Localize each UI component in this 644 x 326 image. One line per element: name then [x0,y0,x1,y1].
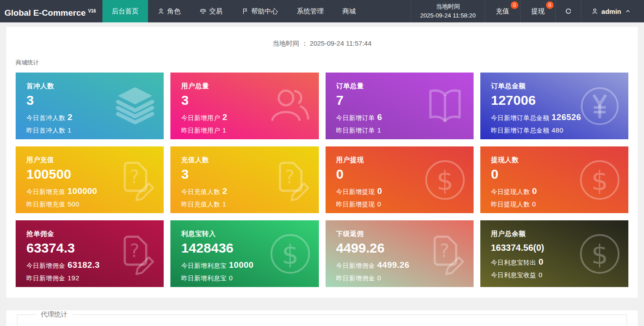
stat-card-today-line: 今日首冲人数2 [26,112,153,122]
page-time-label: 当地时间 ： [272,39,308,47]
withdraw-badge: 0 [546,1,554,9]
nav-item-home[interactable]: 后台首页 [102,0,148,22]
stat-card-today-value: 63182.3 [68,260,100,270]
stat-card[interactable]: 下级返佣 4499.26 今日新增佣金4499.26 昨日新增佣金0 ? [326,220,474,287]
stat-card-yesterday-value: 0 [532,200,536,208]
nav-item-menu[interactable]: 角色 [148,0,190,22]
stat-card-value: 3 [181,167,308,182]
top-navbar: Global E-Commerce V16 后台首页角色交易帮助中心系统管理商城… [0,0,644,22]
nav-item-label: 角色 [167,7,181,16]
stat-card-value: 4499.26 [336,240,463,256]
stat-card-today-line: 今日充值人数2 [181,186,308,196]
stat-card[interactable]: 首冲人数 3 今日首冲人数2 昨日首冲人数1 [16,73,164,139]
stat-card-value: 3 [26,93,153,108]
withdraw-button[interactable]: 提现 0 [520,0,555,22]
recharge-badge: 0 [511,1,518,9]
stat-card[interactable]: 充值人数 3 今日充值人数2 昨日充值人数1 ? [170,146,318,213]
nav-item-menu[interactable]: 交易 [190,0,232,22]
nav-item-menu[interactable]: 商城 [333,0,365,22]
stat-card-yesterday-value: 1 [68,126,72,134]
stat-card-title: 抢单佣金 [26,230,153,238]
local-time-value: 2025-09-24 11:58:20 [420,11,475,20]
stat-card-title: 用户提现 [336,156,463,164]
stat-card-today-line: 今日新增佣金4499.26 [336,260,463,270]
stat-card-today-value: 4499.26 [377,260,410,270]
stat-card-yesterday-line: 昨日新增利息宝0 [181,274,308,283]
stat-card-yesterday-label: 昨日首冲人数 [26,127,65,134]
stat-card-yesterday-label: 昨日提现人数 [491,201,530,208]
person-icon [157,8,165,15]
stat-card-today-value: 126526 [551,112,581,122]
stat-card-today-line: 今日新增用户2 [181,112,308,122]
nav-item-menu[interactable]: 系统管理 [288,0,333,22]
recharge-label: 充值 [496,7,509,16]
stat-card[interactable]: 用户总余额 163374.56(0) 今日利息宝转出0 今日利息宝收益0 $ [480,220,628,287]
stat-card-today-line: 今日新增订单总金额126526 [491,112,618,122]
stat-card-title: 用户充值 [26,156,153,164]
stat-card-today-value: 10000 [229,260,254,270]
stat-card-title: 订单总金额 [491,82,618,90]
local-time-label: 当地时间 [420,2,475,11]
stat-card-today-label: 今日新增订单总金额 [491,114,550,121]
stat-card-today-line: 今日新增提现0 [336,186,463,196]
stat-card-today-value: 2 [222,186,227,196]
refresh-button[interactable] [555,0,581,22]
stat-card-value: 127006 [491,93,618,108]
stat-card-today-line: 今日新增充值100000 [26,186,153,196]
dollar-circle-icon: $ [578,232,621,275]
stat-card-yesterday-value: 1 [222,126,226,134]
stat-card-yesterday-label: 昨日新增佣金 [336,275,375,282]
stat-card-value: 100500 [26,167,153,182]
stat-card[interactable]: 抢单佣金 63374.3 今日新增佣金63182.3 昨日新增佣金192 ? [16,220,164,287]
stat-card-yesterday-value: 0 [377,274,381,282]
stat-card-yesterday-line: 昨日新增用户1 [181,126,308,135]
brand-logo: Global E-Commerce V16 [0,0,102,22]
stat-card-yesterday-value: 1 [222,200,226,208]
stat-card-yesterday-line: 昨日新增订单1 [336,126,463,135]
stat-card-yesterday-label: 昨日新增提现 [336,201,375,208]
stat-card[interactable]: 订单总量 7 今日新增订单6 昨日新增订单1 [326,73,474,139]
mall-stats-title: 商城统计 [16,59,638,67]
stat-card-title: 充值人数 [181,156,308,164]
navbar-right: 当地时间 2025-09-24 11:58:20 充值 0 提现 0 admin [411,0,644,22]
stat-card-title: 提现人数 [491,156,618,164]
stat-card[interactable]: 用户充值 100500 今日新增充值100000 昨日新增充值500 ? [16,146,164,213]
stat-card-yesterday-line: 昨日充值人数1 [181,200,308,209]
chevron-up-icon [624,8,631,15]
stat-card-today-line: 今日提现人数0 [491,186,618,196]
recharge-button[interactable]: 充值 0 [485,0,520,22]
stat-card-yesterday-line: 昨日新增提现0 [336,200,463,209]
stat-card-yesterday-label: 昨日新增充值 [26,201,65,208]
stat-card-today-label: 今日新增订单 [336,114,375,121]
stat-card[interactable]: 用户提现 0 今日新增提现0 昨日新增提现0 $ [326,146,474,213]
stat-card-value: 0 [491,167,618,182]
stat-card-yesterday-value: 192 [68,274,80,282]
stat-card-today-label: 今日新增佣金 [26,262,65,269]
stat-card-today-value: 2 [222,112,227,122]
stat-card-yesterday-label: 昨日新增订单 [336,127,375,134]
stat-card-today-line: 今日新增佣金63182.3 [26,260,153,270]
stat-cards-grid: 首冲人数 3 今日首冲人数2 昨日首冲人数1 用户总量 3 今日新增用户2 昨日… [6,73,638,287]
stat-card-today-line: 今日利息宝转出0 [491,257,618,267]
stat-card-yesterday-value: 500 [68,200,80,208]
nav-item-menu[interactable]: 帮助中心 [232,0,288,22]
stat-card-yesterday-line: 昨日提现人数0 [491,200,618,209]
dashboard-panel: 当地时间 ： 2025-09-24 11:57:44 商城统计 首冲人数 3 今… [6,27,638,298]
admin-username: admin [602,8,621,15]
stat-card[interactable]: 订单总金额 127006 今日新增订单总金额126526 昨日新增订单总金额48… [480,73,628,139]
stat-card-title: 用户总量 [181,82,308,90]
stat-card[interactable]: 用户总量 3 今日新增用户2 昨日新增用户1 [170,73,318,139]
stat-card-today-value: 2 [68,112,72,122]
nav-item-label: 商城 [343,7,356,16]
stat-card[interactable]: 提现人数 0 今日提现人数0 昨日提现人数0 $ [480,146,628,213]
stat-card-today-label: 今日新增用户 [181,114,220,121]
nav-item-label: 系统管理 [297,7,324,16]
stat-card-today-value: 0 [538,257,543,266]
stat-card-title: 下级返佣 [336,230,463,238]
stat-card-value: 0 [336,167,463,182]
stat-card[interactable]: 利息宝转入 1428436 今日新增利息宝10000 昨日新增利息宝0 $ [170,220,318,287]
stat-card-yesterday-line: 昨日新增佣金192 [26,274,153,283]
stat-card-today-label: 今日新增充值 [26,188,65,195]
admin-dropdown[interactable]: admin [581,0,644,22]
stat-card-today-value: 0 [377,186,382,196]
